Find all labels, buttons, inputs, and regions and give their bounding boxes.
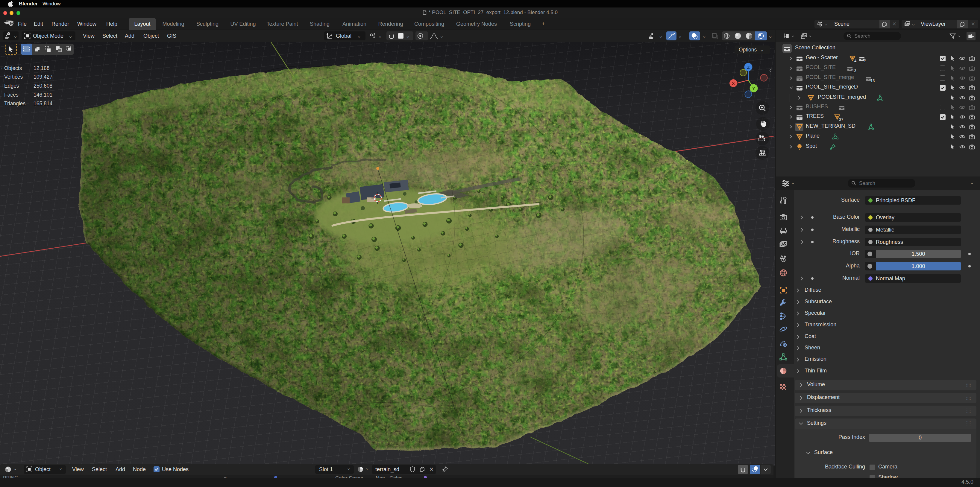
svg-text:Z: Z [747,65,749,70]
svg-text:Y: Y [752,86,755,91]
svg-text:X: X [732,81,735,86]
